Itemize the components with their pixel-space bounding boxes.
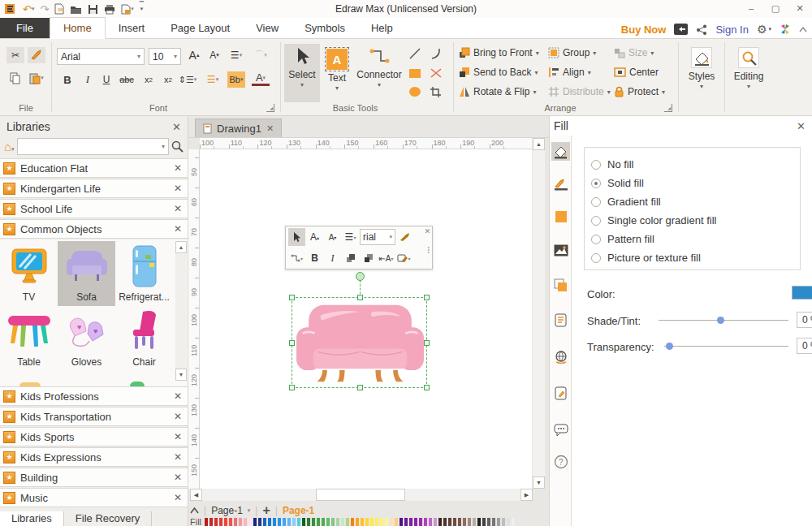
library-row[interactable]: ★ School Life ✕ (0, 199, 188, 218)
palette-color-cell[interactable] (209, 518, 213, 526)
library-row-close-icon[interactable]: ✕ (174, 183, 182, 194)
maximize-button[interactable]: ▢ (763, 0, 788, 16)
add-page-button[interactable]: + (262, 503, 270, 518)
library-row[interactable]: ★ Kindergarten Life ✕ (0, 179, 188, 198)
text-highlight-icon[interactable]: Bb▾ (227, 71, 245, 88)
paste-icon[interactable]: ▾ (28, 70, 45, 86)
radio-icon[interactable] (591, 179, 601, 188)
font-color-icon[interactable]: A▾ (252, 71, 270, 86)
palette-color-cell[interactable] (502, 518, 505, 526)
tab-insert[interactable]: Insert (106, 18, 158, 38)
palette-color-cell[interactable] (307, 518, 310, 526)
palette-color-cell[interactable] (205, 518, 208, 526)
symbol-table[interactable]: Table (0, 306, 58, 371)
underline-icon[interactable]: U (97, 71, 115, 88)
open-icon[interactable] (70, 2, 82, 15)
library-row[interactable]: ★ Kids Transportation ✕ (0, 407, 188, 426)
tab-libraries[interactable]: Libraries (0, 511, 64, 526)
palette-color-cell[interactable] (283, 518, 286, 526)
palette-color-cell[interactable] (458, 518, 461, 526)
radio-icon[interactable] (591, 160, 601, 170)
note-edit-icon[interactable] (551, 384, 570, 403)
palette-color-cell[interactable] (365, 518, 369, 526)
palette-color-cell[interactable] (214, 518, 218, 526)
palette-color-cell[interactable] (341, 518, 344, 526)
mini-decrease-font-icon[interactable]: A▾ (324, 228, 341, 246)
library-row[interactable]: ★ Kids Professions ✕ (0, 386, 188, 406)
library-row[interactable]: ★ Kids Expressions ✕ (0, 447, 188, 467)
pages-collapse-icon[interactable] (190, 507, 199, 514)
palette-color-cell[interactable] (512, 518, 515, 526)
palette-color-cell[interactable] (390, 518, 393, 526)
font-size-combo[interactable]: 10▾ (149, 48, 181, 65)
library-row[interactable]: ★ Common Objects ✕ (0, 219, 188, 239)
tab-page-layout[interactable]: Page Layout (158, 18, 243, 38)
resize-handle-n[interactable] (357, 295, 363, 300)
resize-handle-se[interactable] (424, 385, 430, 390)
document-tab[interactable]: Drawing1 ✕ (195, 119, 282, 137)
palette-color-cell[interactable] (258, 518, 261, 526)
group-button[interactable]: Group▾ (548, 45, 596, 60)
library-search-icon[interactable] (171, 140, 184, 153)
fill-option[interactable]: Picture or texture fill (591, 248, 800, 267)
send-to-back-button[interactable]: Send to Back▾ (459, 65, 538, 80)
vertical-scrollbar[interactable]: ▲ ▼ (533, 138, 545, 489)
mini-toolbar-grip[interactable]: ••• (428, 246, 430, 253)
palette-color-cell[interactable] (263, 518, 266, 526)
minimize-button[interactable]: – (739, 0, 763, 16)
palette-color-cell[interactable] (234, 518, 237, 526)
export-share-icon[interactable] (674, 24, 688, 35)
symbol-sofa[interactable]: Sofa (58, 241, 115, 306)
scroll-left-icon[interactable]: ◀ (190, 489, 202, 501)
mini-font-combo[interactable]: rial▾ (360, 229, 395, 245)
palette-color-cell[interactable] (468, 518, 471, 526)
horizontal-scrollbar[interactable]: ◀ ▶ (190, 489, 533, 501)
copy-icon[interactable] (6, 70, 24, 86)
comment-icon[interactable] (551, 420, 570, 439)
palette-color-cell[interactable] (219, 518, 222, 526)
arc-tool-icon[interactable] (427, 45, 445, 62)
tab-help[interactable]: Help (358, 18, 406, 38)
resize-handle-ne[interactable] (424, 295, 430, 300)
save-icon[interactable] (88, 2, 98, 15)
mini-connector-icon[interactable]: ▾ (288, 249, 305, 267)
palette-color-cell[interactable] (492, 518, 495, 526)
help-icon[interactable]: ? (551, 452, 570, 471)
palette-color-cell[interactable] (419, 518, 422, 526)
sign-in-link[interactable]: Sign In (715, 24, 748, 36)
line-tool-icon[interactable] (406, 45, 424, 62)
mini-increase-font-icon[interactable]: A▴ (306, 228, 323, 246)
palette-color-cell[interactable] (429, 518, 432, 526)
shade-slider[interactable] (659, 320, 788, 321)
undo-icon[interactable]: ↶▾ (23, 2, 34, 15)
library-home-icon[interactable]: ⌂▾ (4, 140, 15, 153)
rotate-flip-button[interactable]: Rotate & Flip▾ (459, 84, 536, 99)
scrollbar-thumb[interactable] (316, 489, 405, 501)
scroll-up-icon[interactable]: ▲ (175, 241, 187, 253)
palette-color-cell[interactable] (375, 518, 378, 526)
connector-tool[interactable]: Connector▾ (354, 44, 404, 102)
size-button[interactable]: Size▾ (614, 45, 654, 60)
tab-view[interactable]: View (243, 18, 292, 38)
customize-toolbar-icon[interactable]: ▔▾ (140, 2, 144, 15)
resize-handle-w[interactable] (289, 340, 295, 346)
symbol-refrigerator[interactable]: Refrigerat... (115, 241, 173, 306)
shade-slider-thumb[interactable] (717, 317, 724, 324)
rotation-handle[interactable] (356, 272, 365, 281)
mini-format-painter-icon[interactable] (396, 228, 413, 246)
resize-handle-e[interactable] (424, 340, 430, 346)
mini-italic-icon[interactable]: I (324, 249, 341, 267)
fill-bucket-icon[interactable] (551, 142, 570, 161)
editing-button[interactable]: Editing▾ (728, 44, 770, 102)
quick-color-icon[interactable] (551, 207, 570, 226)
scroll-right-icon[interactable]: ▶ (520, 489, 533, 501)
palette-color-cell[interactable] (497, 518, 500, 526)
distribute-button[interactable]: Distribute▾ (548, 84, 611, 99)
line-spacing-icon[interactable]: ⇕☰▾ (179, 71, 197, 88)
library-row-close-icon[interactable]: ✕ (174, 390, 182, 402)
palette-color-cell[interactable] (317, 518, 320, 526)
superscript-icon[interactable]: x2 (159, 71, 177, 88)
library-row[interactable]: ★ Education Flat ✕ (0, 158, 188, 178)
transparency-slider[interactable] (664, 346, 788, 347)
palette-color-cell[interactable] (453, 518, 456, 526)
